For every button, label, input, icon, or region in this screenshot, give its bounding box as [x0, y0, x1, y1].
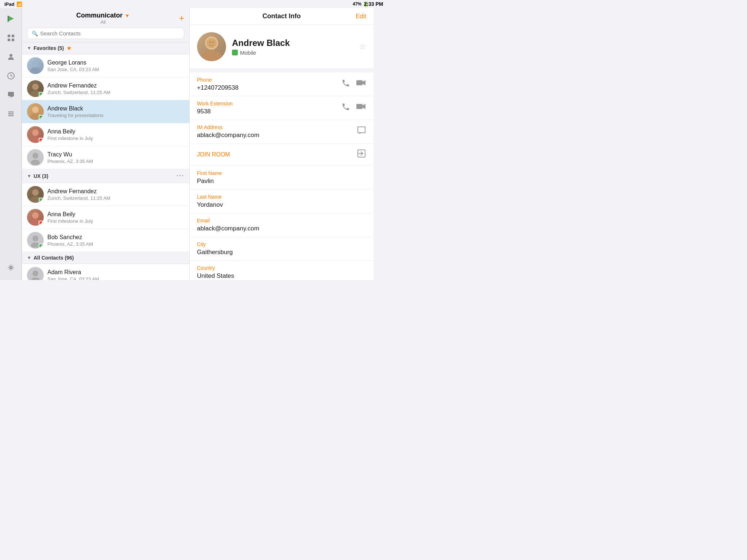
contact-list: ▼ Favorites (5) ★ George Lorans San Jose…: [22, 42, 189, 280]
svg-rect-4: [8, 39, 10, 41]
all-contacts-label: All Contacts (96): [34, 255, 74, 261]
contact-detail-tracy: Phoenix, AZ, 3:35 AM: [47, 159, 184, 164]
nav-settings[interactable]: [3, 260, 19, 276]
contact-item-george[interactable]: George Lorans San Jose, CA, 03:23 AM: [22, 54, 189, 77]
svg-marker-46: [363, 80, 365, 85]
join-room-button[interactable]: JOIN ROOM: [197, 151, 230, 158]
svg-point-14: [8, 115, 10, 116]
ext-call-icon[interactable]: [341, 102, 350, 113]
edit-button[interactable]: Edit: [356, 13, 366, 20]
svg-point-24: [32, 129, 39, 136]
svg-rect-5: [12, 39, 14, 41]
ext-video-icon[interactable]: [356, 102, 366, 113]
avatar-andrew-b: [27, 103, 44, 120]
svg-rect-1: [8, 16, 8, 22]
country-label: Country: [197, 265, 366, 271]
contact-detail-panel: Contact Info Edit: [190, 8, 374, 280]
svg-point-18: [32, 61, 39, 67]
favorites-label: Favorites (5): [34, 45, 64, 51]
contact-info-andrew-f: Andrew Fernandez Zurich, Switzerland, 11…: [47, 82, 184, 95]
nav-recents[interactable]: [3, 68, 19, 84]
svg-point-42: [206, 38, 217, 48]
contact-detail-anna2: First milestone in July: [47, 218, 184, 224]
city-label: City: [197, 241, 366, 247]
city-value: Gaithersburg: [197, 249, 366, 256]
contact-name-andrew-f2: Andrew Fernandez: [47, 188, 184, 195]
phone-call-icon[interactable]: [341, 79, 350, 90]
contact-info-andrew-b: Andrew Black Traveling for presentations: [47, 105, 184, 118]
add-contact-button[interactable]: +: [179, 13, 184, 23]
contact-info-andrew-f2: Andrew Fernandez Zurich, Switzerland, 11…: [47, 188, 184, 201]
phone-video-icon[interactable]: [356, 79, 366, 90]
svg-point-9: [10, 111, 12, 113]
work-ext-label: Work Extension: [197, 101, 341, 106]
status-dot-missed: [39, 138, 43, 142]
svg-marker-0: [8, 16, 14, 22]
field-last-name: Last Name Yordanov: [190, 190, 374, 213]
contact-name-george: George Lorans: [47, 59, 184, 66]
contact-name-andrew-b: Andrew Black: [47, 105, 184, 112]
email-label: Email: [197, 218, 366, 223]
contact-info-george: George Lorans San Jose, CA, 03:23 AM: [47, 59, 184, 72]
last-name-value: Yordanov: [197, 201, 366, 209]
svg-point-34: [32, 271, 38, 276]
chevron-all-icon: ▼: [27, 255, 31, 260]
svg-point-30: [32, 212, 39, 219]
contact-item-andrew-b[interactable]: Andrew Black Traveling for presentations: [22, 100, 189, 123]
contact-name-adam: Adam Rivera: [47, 269, 184, 276]
contact-item-andrew-f2[interactable]: Andrew Fernandez Zurich, Switzerland, 11…: [22, 183, 189, 206]
detail-header: Contact Info Edit: [190, 8, 374, 25]
svg-point-6: [9, 54, 12, 57]
svg-marker-48: [363, 104, 365, 109]
nav-messages[interactable]: [3, 87, 19, 103]
contact-detail-george: San Jose, CA, 03:23 AM: [47, 67, 184, 72]
section-favorites[interactable]: ▼ Favorites (5) ★: [22, 42, 189, 54]
contact-item-bob[interactable]: Bob Sanchez Phoenix, AZ, 3:35 AM: [22, 229, 189, 252]
contact-item-anna2[interactable]: Anna Beily First milestone in July: [22, 206, 189, 229]
contact-profile: Andrew Black Mobile ☆: [190, 25, 374, 69]
search-bar: 🔍: [27, 28, 184, 39]
contact-item-anna[interactable]: Anna Beily First milestone in July: [22, 123, 189, 146]
contact-info-anna2: Anna Beily First milestone in July: [47, 211, 184, 224]
sidebar-nav: [0, 8, 22, 280]
app-container: Communicator ▼ All + 🔍 ▼ Favorites (5) ★: [0, 8, 374, 280]
favorite-star-button[interactable]: ☆: [359, 42, 366, 51]
profile-status-text: Mobile: [240, 50, 256, 56]
contact-info-bob: Bob Sanchez Phoenix, AZ, 3:35 AM: [47, 234, 184, 247]
im-chat-icon[interactable]: [357, 126, 366, 137]
last-name-label: Last Name: [197, 194, 366, 200]
contact-info-anna: Anna Beily First milestone in July: [47, 128, 184, 141]
detail-title: Contact Info: [263, 12, 301, 20]
svg-point-35: [31, 277, 40, 280]
contact-detail-andrew-f2: Zurich, Switzerland, 11:25 AM: [47, 195, 184, 201]
contact-name-bob: Bob Sanchez: [47, 234, 184, 241]
avatar-anna: [27, 126, 44, 143]
wifi-icon: 📶: [16, 1, 22, 7]
nav-flag[interactable]: [3, 11, 19, 27]
svg-point-8: [8, 111, 10, 113]
avatar-tracy: [27, 149, 44, 166]
contact-item-andrew-f[interactable]: Andrew Fernandez Zurich, Switzerland, 11…: [22, 77, 189, 100]
phone-label: Phone: [197, 77, 341, 83]
nav-contacts[interactable]: [3, 49, 19, 65]
panel-title-text: Communicator: [76, 12, 123, 19]
contact-item-tracy[interactable]: Tracy Wu Phoenix, AZ, 3:35 AM: [22, 146, 189, 169]
join-room-icon[interactable]: [357, 149, 366, 160]
svg-point-12: [10, 113, 12, 114]
contact-item-adam[interactable]: Adam Rivera San Jose, CA, 03:23 AM: [22, 264, 189, 280]
profile-name-area: Andrew Black Mobile: [232, 38, 359, 56]
svg-point-27: [31, 160, 40, 165]
dropdown-arrow-icon[interactable]: ▼: [125, 13, 130, 19]
search-input[interactable]: [40, 30, 179, 36]
svg-point-16: [12, 115, 13, 116]
svg-point-19: [30, 67, 40, 74]
svg-point-41: [201, 50, 222, 61]
svg-rect-3: [12, 35, 14, 37]
field-first-name: First Name Pavlin: [190, 166, 374, 190]
more-icon[interactable]: ···: [177, 172, 184, 180]
favorites-star-icon: ★: [67, 45, 71, 51]
section-all-contacts[interactable]: ▼ All Contacts (96): [22, 252, 189, 264]
nav-home[interactable]: [3, 30, 19, 46]
nav-dialpad[interactable]: [3, 106, 19, 122]
section-ux[interactable]: ▼ UX (3) ···: [22, 169, 189, 183]
